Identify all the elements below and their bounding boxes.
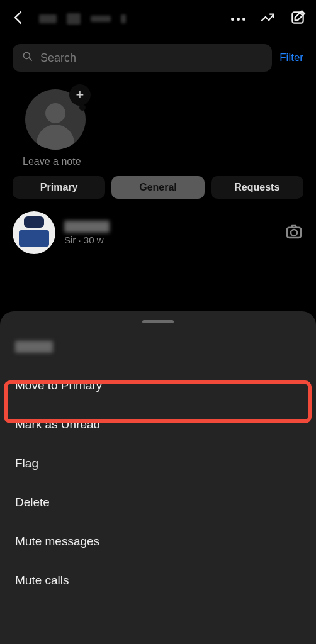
sheet-header-redacted: █████ xyxy=(15,341,53,353)
activity-icon[interactable] xyxy=(259,9,276,28)
svg-point-1 xyxy=(23,52,30,58)
top-bar xyxy=(0,0,316,38)
sheet-item-mark-as-unread[interactable]: Mark as Unread xyxy=(0,405,316,444)
chat-info: ██████ Sir · 30 w xyxy=(64,221,276,245)
search-icon xyxy=(21,50,34,65)
svg-point-3 xyxy=(291,230,297,236)
sheet-item-mute-calls[interactable]: Mute calls xyxy=(0,561,316,600)
note-area: Leave a note xyxy=(0,72,316,167)
leave-note-avatar[interactable] xyxy=(25,89,86,150)
sheet-handle[interactable] xyxy=(142,320,174,323)
sheet-header: █████ xyxy=(0,341,316,366)
inbox-tabs: Primary General Requests xyxy=(0,167,316,199)
camera-icon[interactable] xyxy=(285,222,303,243)
sheet-list: Move to Primary Mark as Unread Flag Dele… xyxy=(0,366,316,600)
compose-icon[interactable] xyxy=(290,9,306,28)
sheet-item-move-to-primary[interactable]: Move to Primary xyxy=(0,366,316,405)
back-icon[interactable] xyxy=(10,9,28,29)
sheet-item-delete[interactable]: Delete xyxy=(0,483,316,522)
filter-link[interactable]: Filter xyxy=(279,52,303,64)
chat-avatar xyxy=(13,211,55,254)
tab-general[interactable]: General xyxy=(111,176,204,199)
chat-subtitle: Sir · 30 w xyxy=(64,235,276,245)
tab-primary[interactable]: Primary xyxy=(13,176,105,199)
action-sheet: █████ Move to Primary Mark as Unread Fla… xyxy=(0,311,316,644)
plus-icon xyxy=(69,84,91,106)
chat-row[interactable]: ██████ Sir · 30 w xyxy=(0,199,316,254)
sheet-item-flag[interactable]: Flag xyxy=(0,444,316,483)
chat-name: ██████ xyxy=(64,221,276,233)
chat-name-redacted: ██████ xyxy=(64,221,110,233)
sheet-item-mute-messages[interactable]: Mute messages xyxy=(0,522,316,561)
search-input[interactable]: Search xyxy=(13,44,272,72)
search-placeholder: Search xyxy=(40,52,76,65)
top-actions xyxy=(231,9,306,28)
search-row: Search Filter xyxy=(0,38,316,72)
more-icon[interactable] xyxy=(231,18,245,21)
account-title-redacted xyxy=(39,13,220,25)
tab-requests[interactable]: Requests xyxy=(211,176,303,199)
leave-note-label: Leave a note xyxy=(23,156,316,167)
